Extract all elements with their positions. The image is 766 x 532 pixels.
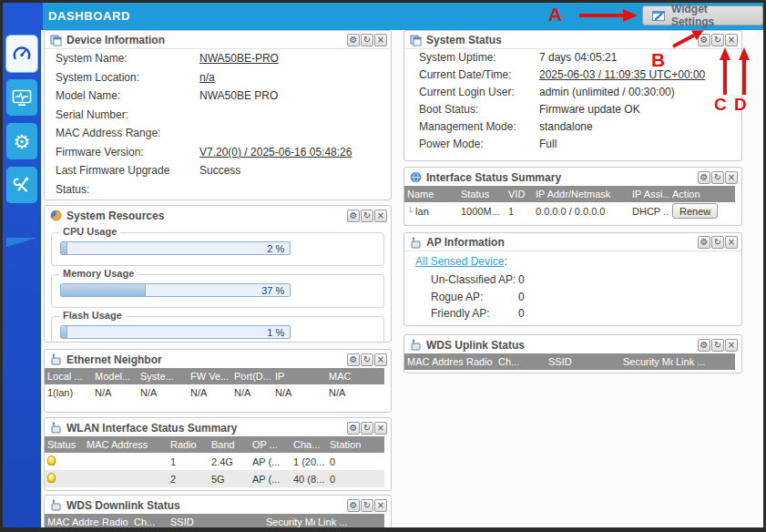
column-header[interactable]: Port(D... [231,368,272,384]
column-header[interactable]: Security Mode [263,514,315,530]
widget-close-icon[interactable]: × [374,499,387,512]
document-icon [410,35,422,46]
panel-interface-status: Interface Status Summary ⚙ ↻ × Name Stat… [403,167,742,226]
widget-gear-icon[interactable]: ⚙ [698,236,710,249]
widget-refresh-icon[interactable]: ↻ [711,236,724,249]
widget-refresh-icon[interactable]: ↻ [361,499,373,512]
field-label: Friendly AP: [404,305,518,322]
widget-refresh-icon[interactable]: ↻ [711,34,724,46]
column-header[interactable]: MAC [326,368,384,384]
column-header[interactable]: Security Mode [620,353,673,370]
widget-gear-icon[interactable]: ⚙ [347,210,360,222]
column-header[interactable]: IP [272,368,326,384]
widget-gear-icon[interactable]: ⚙ [347,34,360,46]
bar-fill [61,284,146,296]
gear-icon: ⚙ [14,132,31,151]
column-header[interactable]: Local ... [45,368,92,384]
memory-usage-gauge: Memory Usage 37 % [51,274,384,308]
widget-refresh-icon[interactable]: ↻ [361,353,373,366]
system-location-link[interactable]: n/a [199,68,215,87]
column-header[interactable]: Link ... [673,353,735,370]
link-suffix: : [504,255,506,268]
widget-gear-icon[interactable]: ⚙ [698,171,710,184]
widget-gear-icon[interactable]: ⚙ [698,339,710,352]
widget-refresh-icon[interactable]: ↻ [361,34,373,46]
sidebar-item-dashboard[interactable] [6,36,37,72]
cell: 0.0.0.0 / 0.0.0.0 [533,202,629,220]
column-header[interactable]: FW Ve... [188,368,231,384]
widget-close-icon[interactable]: × [374,210,387,222]
column-header[interactable]: Status [45,436,84,453]
flash-usage-bar: 1 % [60,325,291,339]
monitor-icon [11,87,33,108]
field-label: Management Mode: [404,118,539,136]
panel-ethernet-neighbor: Ethernet Neighbor ⚙ ↻ × Local ... Model.… [44,349,392,413]
column-header[interactable]: OP ... [250,436,291,453]
column-header[interactable]: Model... [92,368,138,384]
widget-gear-icon[interactable]: ⚙ [347,499,360,512]
widget-gear-icon[interactable]: ⚙ [347,422,360,435]
column-header[interactable]: SSID [546,353,620,370]
widget-close-icon[interactable]: × [725,34,738,46]
column-header[interactable]: MAC Address [404,353,464,370]
field-label: Power Mode: [404,136,539,153]
column-header[interactable]: IP Assi... [629,186,669,202]
annotation-letter-a: A [548,5,562,24]
wds-uplink-table: MAC Address Radio Ch... SSID Security Mo… [404,353,735,370]
column-header[interactable]: Ch... [495,353,546,370]
column-header[interactable]: Radio [464,353,495,370]
widget-settings-button[interactable]: Widget Settings [642,5,763,26]
widget-refresh-icon[interactable]: ↻ [361,422,373,435]
column-header[interactable]: Radio [168,436,209,453]
widget-close-icon[interactable]: × [374,422,387,435]
document-icon [50,35,62,46]
column-header[interactable]: MAC Address [84,436,168,453]
column-header[interactable]: MAC Address [45,514,99,530]
column-header[interactable]: Name [404,186,458,202]
column-header[interactable]: Radio [99,514,131,530]
cpu-usage-bar: 2 % [60,241,291,255]
widget-gear-icon[interactable]: ⚙ [347,353,360,366]
date-time-link[interactable]: 2025-06-03 / 11:09:35 UTC+00:00 [539,66,705,84]
all-sensed-device-link[interactable]: All Sensed Device [415,255,504,268]
sidebar-fold-decoration [6,238,37,247]
widget-refresh-icon[interactable]: ↻ [711,339,724,352]
column-header[interactable]: VID [506,186,533,202]
widget-refresh-icon[interactable]: ↻ [361,210,373,222]
widget-close-icon[interactable]: × [725,236,738,249]
column-header[interactable]: Cha... [291,436,327,453]
table-row[interactable]: └ lan 1000M... 1 0.0.0.0 / 0.0.0.0 DHCP … [404,202,735,220]
column-header[interactable]: Syste... [138,368,188,384]
widget-close-icon[interactable]: × [374,34,387,46]
column-header[interactable]: Link ... [315,514,384,530]
widget-refresh-icon[interactable]: ↻ [711,171,724,184]
column-header[interactable]: IP Addr/Netmask [533,186,629,202]
column-header[interactable]: Action [669,186,735,202]
bulb-on-icon [47,455,56,466]
widget-close-icon[interactable]: × [374,353,387,366]
system-name-link[interactable]: NWA50BE-PRO [199,49,279,68]
field-value: 0 [518,305,525,322]
column-header[interactable]: Station [327,436,384,453]
cell: N/A [138,384,188,401]
column-header[interactable]: Ch... [131,514,168,530]
panel-device-information: Device Information ⚙ ↻ × System Name:NWA… [44,30,392,200]
column-header[interactable]: Band [209,436,250,453]
firmware-version-link[interactable]: V7.20(0) / 2025-06-16 05:48:26 [199,143,352,162]
sidebar-item-configuration[interactable]: ⚙ [6,123,37,159]
cell: 1(lan) [45,384,92,401]
renew-button[interactable]: Renew [672,203,718,219]
panel-title: System Resources [66,210,342,222]
sidebar-item-maintenance[interactable] [6,167,37,203]
sidebar-item-monitor[interactable] [6,79,37,116]
widget-close-icon[interactable]: × [725,339,738,352]
interface-name: lan [415,206,429,217]
widget-close-icon[interactable]: × [725,171,738,184]
field-label: Current Date/Time: [404,66,539,84]
table-row[interactable]: 1 2.4G AP (... 1 (20... 0 [45,453,384,470]
column-header[interactable]: SSID [168,514,263,530]
table-row[interactable]: 2 5G AP (... 40 (8... 0 [45,470,384,487]
globe-icon [410,171,422,183]
table-row[interactable]: 1(lan) N/A N/A N/A N/A N/A N/A [45,384,384,401]
column-header[interactable]: Status [458,186,506,202]
